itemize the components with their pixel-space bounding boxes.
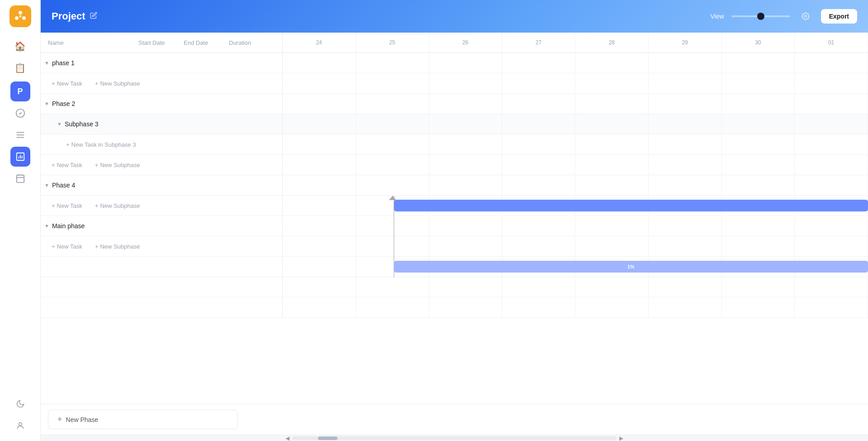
date-29: 29 [649, 33, 722, 53]
collapse-icon[interactable]: ▼ [44, 182, 49, 188]
connection-arrow [389, 196, 396, 200]
row-left-add1: + New Task + New Subphase [41, 73, 283, 93]
table-row: ▼ Main phase [41, 216, 868, 236]
sidebar-item-home[interactable]: 🏠 [10, 36, 30, 56]
add-task-button[interactable]: + New Task [48, 80, 86, 87]
sidebar-item-tasks[interactable] [10, 103, 30, 123]
row-left-phase1: ▼ phase 1 [41, 53, 283, 73]
subphase3-label: ▼ Subphase 3 [44, 120, 99, 128]
row-right-add-sub3 [283, 134, 868, 154]
sidebar-item-list[interactable] [10, 125, 30, 145]
settings-button[interactable] [797, 8, 814, 24]
col-end-header: End Date [184, 39, 229, 46]
task-actions-4: + New Task + New Subphase [44, 202, 143, 209]
add-task-button-2[interactable]: + New Task [48, 162, 86, 168]
date-26: 26 [429, 33, 503, 53]
view-label: View [711, 13, 724, 20]
view-slider[interactable] [731, 15, 790, 17]
app-logo[interactable] [9, 5, 31, 27]
date-28: 28 [575, 33, 649, 53]
row-left-add-sub3: + New Task in Subphase 3 [41, 134, 283, 154]
row-right-phase2 [283, 94, 868, 114]
gantt-scrollbar: ◀ ▶ [41, 435, 868, 441]
add-task-button-4[interactable]: + New Task [48, 202, 86, 209]
scroll-right-arrow[interactable]: ▶ [617, 435, 626, 441]
collapse-icon[interactable]: ▼ [44, 223, 49, 229]
add-task-button-main[interactable]: + New Task [48, 243, 86, 250]
date-27: 27 [502, 33, 575, 53]
table-row: ▼ Subphase 3 [41, 114, 868, 134]
task-actions-sub3: + New Task in Subphase 3 [44, 141, 139, 148]
new-phase-label: New Phase [66, 416, 99, 423]
sidebar-item-chart[interactable] [10, 147, 30, 167]
phase4-label: ▼ Phase 4 [44, 182, 75, 189]
row-left-phase2: ▼ Phase 2 [41, 94, 283, 114]
table-row: ▼ Phase 2 [41, 94, 868, 114]
svg-point-3 [19, 15, 22, 18]
row-right-subphase3 [283, 114, 868, 134]
row-left-mainphase: ▼ Main phase [41, 216, 283, 236]
export-button[interactable]: Export [821, 9, 857, 24]
row-right-add4 [283, 196, 868, 216]
add-subphase-button-main[interactable]: + New Subphase [91, 243, 144, 250]
gantt-footer: + New Phase [41, 404, 868, 435]
task-actions-main: + New Task + New Subphase [44, 243, 143, 250]
row-right-phase1 [283, 53, 868, 73]
add-subphase-button-4[interactable]: + New Subphase [91, 202, 144, 209]
row-left-add-main: + New Task + New Subphase [41, 236, 283, 256]
date-30: 30 [722, 33, 795, 53]
sidebar-item-avatar[interactable]: P [10, 81, 30, 101]
sidebar: 🏠 📋 P [0, 0, 41, 441]
collapse-icon[interactable]: ▼ [44, 101, 49, 106]
row-left-add2: + New Task + New Subphase [41, 155, 283, 175]
view-slider-container [731, 15, 790, 17]
sidebar-item-calendar[interactable] [10, 168, 30, 188]
table-row: ▼ phase 1 [41, 53, 868, 73]
table-row: + New Task + New Subphase [41, 73, 868, 94]
sidebar-item-copy[interactable]: 📋 [10, 58, 30, 78]
row-right-mainphase [283, 216, 868, 236]
table-row: + New Task + New Subphase [41, 155, 868, 175]
task-actions-1: + New Task + New Subphase [44, 80, 143, 87]
add-subphase-button[interactable]: + New Subphase [91, 80, 144, 87]
add-task-subphase3-button[interactable]: + New Task in Subphase 3 [62, 141, 139, 148]
scrollbar-track[interactable] [292, 436, 617, 440]
new-phase-button[interactable]: + New Phase [48, 410, 238, 429]
col-start-header: Start Date [138, 39, 184, 46]
date-24: 24 [283, 33, 356, 53]
task-actions-2: + New Task + New Subphase [44, 162, 143, 168]
mainphase-label: ▼ Main phase [44, 222, 85, 230]
header-left: Project [52, 10, 97, 22]
table-row: ▼ Phase 4 [41, 175, 868, 196]
sidebar-bottom [10, 394, 30, 436]
scroll-left-arrow[interactable]: ◀ [283, 435, 292, 441]
gantt-bar-phase4[interactable] [394, 200, 868, 211]
phase1-label: ▼ phase 1 [44, 59, 75, 67]
sidebar-item-moon[interactable] [10, 394, 30, 414]
gantt-header: Name Start Date End Date Duration 24 25 … [41, 33, 868, 53]
row-left-add4: + New Task + New Subphase [41, 196, 283, 216]
date-25: 25 [356, 33, 429, 53]
row-left-empty2 [41, 297, 283, 317]
row-right-empty2 [283, 297, 868, 317]
table-row: + New Task + New Subphase [41, 196, 868, 216]
scrollbar-thumb[interactable] [318, 436, 337, 440]
date-01: 01 [795, 33, 868, 53]
gantt-bar-main[interactable]: 1% [394, 261, 868, 273]
svg-point-1 [15, 16, 19, 20]
sidebar-item-profile[interactable] [10, 416, 30, 436]
table-row: 1% [41, 257, 868, 277]
table-row [41, 297, 868, 318]
gantt-body: ▼ phase 1 [41, 53, 868, 404]
gantt-chart: Name Start Date End Date Duration 24 25 … [41, 33, 868, 441]
collapse-icon[interactable]: ▼ [57, 121, 62, 127]
edit-icon[interactable] [90, 12, 97, 21]
row-right-add1 [283, 73, 868, 93]
svg-point-13 [19, 422, 22, 426]
add-subphase-button-2[interactable]: + New Subphase [91, 162, 144, 168]
collapse-icon[interactable]: ▼ [44, 60, 49, 66]
svg-point-0 [19, 11, 22, 14]
gantt-left-header: Name Start Date End Date Duration [41, 33, 283, 53]
row-right-bar: 1% [283, 257, 868, 277]
page-title: Project [52, 10, 85, 22]
